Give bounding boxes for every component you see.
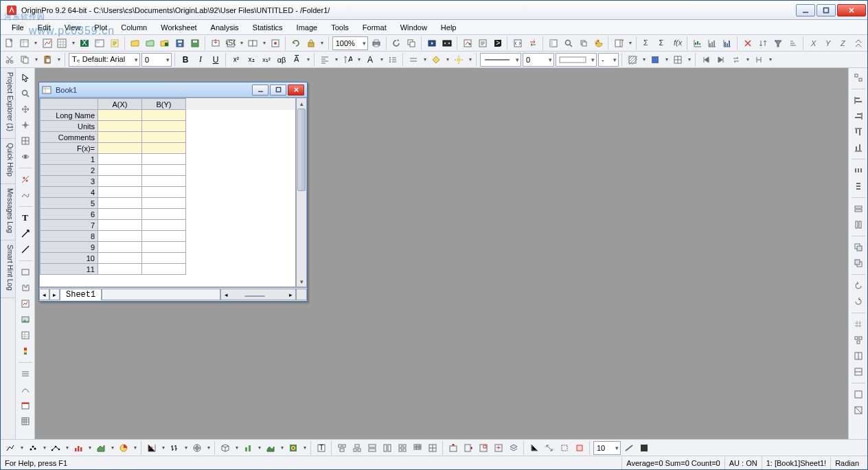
mask-points-tool[interactable] xyxy=(18,172,33,186)
cell[interactable] xyxy=(142,176,186,187)
cell[interactable] xyxy=(98,253,142,264)
new-project-button[interactable] xyxy=(3,36,16,50)
row-label-units[interactable]: Units xyxy=(41,121,98,132)
distribute-v[interactable] xyxy=(851,179,866,193)
cell[interactable] xyxy=(142,220,186,231)
lines-button[interactable] xyxy=(18,367,33,381)
sort-button[interactable] xyxy=(756,36,770,50)
color-scale-button[interactable] xyxy=(18,344,33,358)
column-header-b[interactable]: B(Y) xyxy=(142,99,186,110)
import-ascii-button[interactable]: ASC xyxy=(224,36,238,50)
3d-scatter-button[interactable] xyxy=(218,441,232,455)
panel-grid-button[interactable] xyxy=(426,441,439,455)
chart2-button[interactable] xyxy=(720,36,734,50)
command-window-button[interactable]: >_ xyxy=(491,36,505,50)
3ds-dropdown[interactable]: ▾ xyxy=(279,445,285,451)
workbook-maximize-button[interactable] xyxy=(270,85,286,96)
cell[interactable] xyxy=(98,187,142,198)
paste-dropdown[interactable]: ▾ xyxy=(56,56,62,63)
sort-asc-button[interactable] xyxy=(786,36,800,50)
area-dropdown[interactable]: ▾ xyxy=(109,445,115,451)
contour-button[interactable] xyxy=(286,441,300,455)
fcolor-dropdown[interactable]: ▾ xyxy=(378,56,385,63)
windows-button[interactable] xyxy=(577,36,591,50)
line-width-combo[interactable]: 0 xyxy=(523,53,554,67)
copy-button[interactable] xyxy=(18,53,32,67)
cell[interactable] xyxy=(142,253,186,264)
new-graph-button[interactable] xyxy=(41,36,54,50)
area-plot-button[interactable] xyxy=(94,441,108,455)
greek-alpha-button[interactable]: αβ xyxy=(275,53,288,67)
save-button[interactable] xyxy=(173,36,187,50)
sheet-tab[interactable]: Sheet1 xyxy=(60,289,102,300)
cell[interactable] xyxy=(98,220,142,231)
pattern-dropdown[interactable]: ▾ xyxy=(641,56,647,63)
contour-dropdown[interactable]: ▾ xyxy=(301,445,308,451)
layer-mgmt-button[interactable] xyxy=(507,441,521,455)
send-back[interactable] xyxy=(851,256,866,270)
code-builder-button[interactable] xyxy=(511,36,525,50)
menu-tools[interactable]: Tools xyxy=(324,22,356,33)
cell[interactable] xyxy=(98,143,142,154)
window-minimize-button[interactable] xyxy=(796,4,815,16)
filter-button[interactable] xyxy=(771,36,785,50)
region-tool[interactable] xyxy=(18,281,33,295)
panel-h-button[interactable] xyxy=(365,441,379,455)
cell[interactable] xyxy=(142,198,186,209)
row-header[interactable]: 6 xyxy=(41,209,98,220)
dock-quick-help[interactable]: Quick Help xyxy=(1,139,15,184)
cell[interactable] xyxy=(98,110,142,121)
cell[interactable] xyxy=(142,143,186,154)
dock-messages-log[interactable]: Messages Log xyxy=(1,184,15,240)
status-au[interactable]: AU : ON xyxy=(724,457,762,469)
align-left-obj[interactable] xyxy=(851,93,866,107)
line-style-button[interactable] xyxy=(407,53,420,67)
menu-format[interactable]: Format xyxy=(356,22,393,33)
sheet-nav-first[interactable]: ◂ xyxy=(39,289,49,300)
cell[interactable] xyxy=(98,121,142,132)
duplicate-button[interactable] xyxy=(404,36,418,50)
cell[interactable] xyxy=(98,209,142,220)
cell[interactable] xyxy=(142,132,186,143)
same-height[interactable] xyxy=(851,218,866,232)
enlarge-button[interactable] xyxy=(852,36,865,50)
mdi-canvas[interactable]: Book1 A(X)B(Y) Long Name Units Comments … xyxy=(35,68,848,439)
menu-file[interactable]: File xyxy=(5,22,31,33)
symbol-dropdown[interactable]: ▾ xyxy=(305,56,311,63)
import-dropdown[interactable]: ▾ xyxy=(239,40,245,46)
batch-process-button[interactable] xyxy=(269,36,282,50)
menu-statistics[interactable]: Statistics xyxy=(246,22,290,33)
layout-1[interactable] xyxy=(851,349,866,363)
pattern-button[interactable] xyxy=(626,53,639,67)
cell[interactable] xyxy=(98,198,142,209)
group-button[interactable] xyxy=(851,71,866,85)
align-bottom-obj[interactable] xyxy=(851,141,866,155)
cell[interactable] xyxy=(98,154,142,165)
superscript-button[interactable]: x² xyxy=(229,53,243,67)
zoom-tool[interactable] xyxy=(18,87,33,100)
refresh-button[interactable] xyxy=(390,36,404,50)
rect-tool[interactable] xyxy=(18,265,33,279)
row-header[interactable]: 2 xyxy=(41,165,98,176)
column-header-a[interactable]: A(X) xyxy=(98,99,142,110)
table-tool[interactable] xyxy=(18,414,33,428)
align-left-button[interactable] xyxy=(318,53,332,67)
cell[interactable] xyxy=(142,110,186,121)
hscroll-left-button[interactable]: ◂ xyxy=(221,289,231,300)
default-combo[interactable]: - xyxy=(598,53,619,67)
line-dash-combo[interactable] xyxy=(480,53,521,67)
palette-button[interactable] xyxy=(592,36,606,50)
worksheet-hscroll[interactable]: ◂ ▸ xyxy=(220,289,296,300)
gradient-button[interactable] xyxy=(648,53,662,67)
print-button[interactable] xyxy=(369,36,383,50)
hscroll-right-button[interactable]: ▸ xyxy=(286,289,295,300)
misc-2[interactable] xyxy=(851,403,866,417)
pan-tool[interactable] xyxy=(18,102,33,116)
dock-smart-hint-log[interactable]: Smart Hint Log xyxy=(1,240,15,298)
rotate-right[interactable] xyxy=(851,295,866,309)
cell[interactable] xyxy=(142,209,186,220)
ls-dropdown[interactable]: ▾ xyxy=(64,445,70,451)
menu-worksheet[interactable]: Worksheet xyxy=(154,22,203,33)
3d-bars-button[interactable] xyxy=(241,441,255,455)
fill-pattern-combo[interactable] xyxy=(556,53,597,67)
